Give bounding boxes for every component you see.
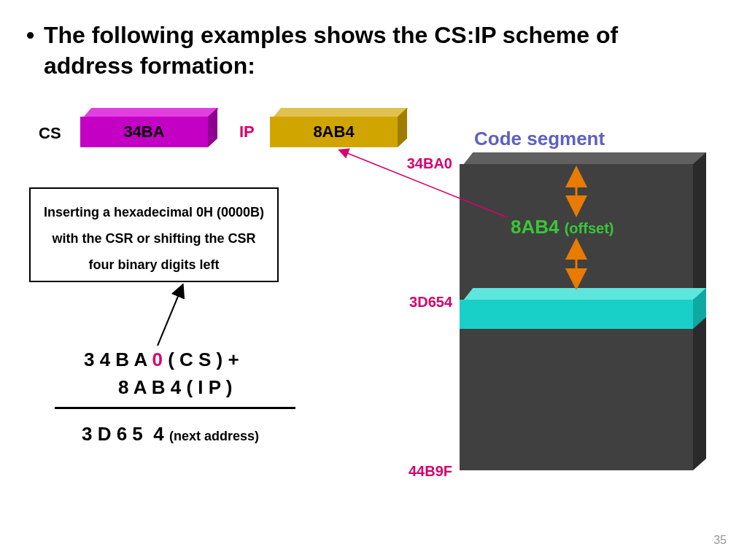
calc-line-2: 8 A B 4 ( I P ) bbox=[118, 376, 233, 399]
calc-line-1: 3 4 B A 0 ( C S ) + bbox=[84, 349, 239, 371]
ip-label: IP bbox=[239, 122, 255, 141]
ip-register-block: 8AB4 bbox=[270, 117, 398, 147]
slide-title: The following examples shows the CS:IP s… bbox=[44, 20, 700, 81]
addr-mid: 3D654 bbox=[387, 294, 452, 311]
instruction-band bbox=[460, 300, 693, 329]
cs-register-block: 34BA bbox=[80, 117, 208, 147]
note-line-2: with the CSR or shifting the CSR bbox=[35, 225, 273, 252]
cs-value: 34BA bbox=[80, 117, 208, 147]
note-box: Inserting a hexadecimal 0H (0000B) with … bbox=[29, 187, 279, 282]
code-segment-block bbox=[460, 164, 715, 485]
ip-value: 8AB4 bbox=[270, 117, 398, 147]
page-number: 35 bbox=[713, 534, 727, 547]
code-segment-title: Code segment bbox=[474, 128, 605, 150]
addr-start: 34BA0 bbox=[387, 155, 452, 172]
offset-label: 8AB4 (offset) bbox=[511, 216, 614, 238]
inserted-zero: 0 bbox=[152, 349, 162, 370]
note-line-1: Inserting a hexadecimal 0H (0000B) bbox=[35, 199, 273, 225]
addr-end: 44B9F bbox=[387, 463, 452, 480]
sum-divider bbox=[55, 407, 295, 409]
cs-label: CS bbox=[39, 124, 61, 143]
calc-result: 3 D 6 5 4 (next address) bbox=[82, 423, 259, 446]
note-line-3: four binary digits left bbox=[35, 252, 273, 278]
arrow-zero-to-note bbox=[158, 286, 182, 346]
